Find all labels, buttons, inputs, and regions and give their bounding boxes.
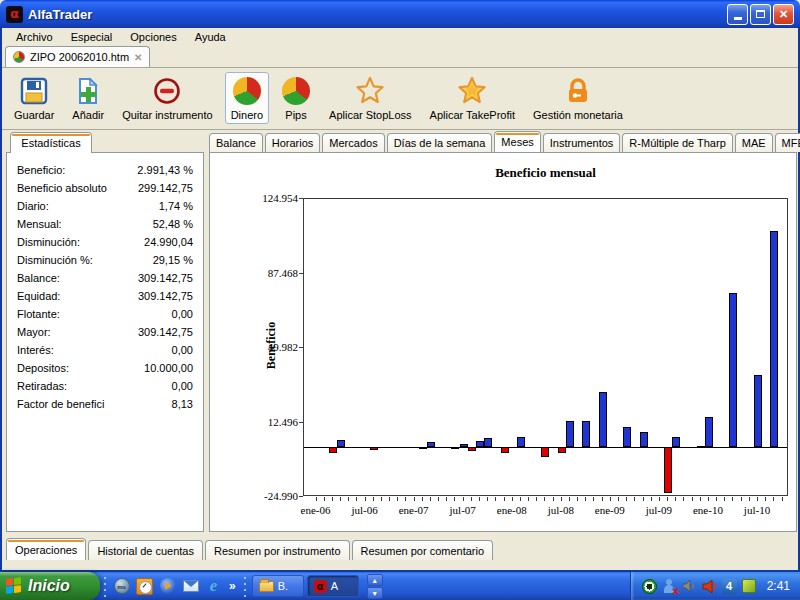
x-axis-tick-mark <box>561 497 562 501</box>
window-body: ArchivoEspecialOpcionesAyuda ZIPO 200620… <box>0 28 800 572</box>
media-player-icon[interactable] <box>158 577 177 596</box>
x-axis-tick-mark <box>340 497 341 501</box>
menu-item-opciones[interactable]: Opciones <box>122 30 184 44</box>
menu-item-especial[interactable]: Especial <box>63 30 121 44</box>
chart-bar-oct-08 <box>582 421 590 448</box>
blue-4-icon[interactable]: 4 <box>721 578 738 595</box>
restore-button[interactable] <box>750 4 771 25</box>
tab-meses[interactable]: Meses <box>494 131 540 152</box>
x-axis-tick-mark <box>757 497 758 501</box>
x-axis-tick-mark <box>765 497 766 501</box>
tab-resumen-por-comentario[interactable]: Resumen por comentario <box>352 540 494 560</box>
toolbar-label: Aplicar TakeProfit <box>430 109 515 121</box>
x-axis-tick-mark <box>585 497 586 501</box>
document-tab-close-icon[interactable]: ✕ <box>134 52 142 63</box>
system-tray: ✕ 4 2:41 <box>630 572 800 600</box>
stats-value: 299.142,75 <box>138 182 193 194</box>
money-management-button[interactable]: Gestión monetaria <box>527 72 629 124</box>
x-axis-tick-mark <box>324 497 325 501</box>
toolbar-label: Gestión monetaria <box>533 109 623 121</box>
minimize-icon <box>734 17 742 20</box>
messenger-offline-icon[interactable]: ✕ <box>661 578 678 595</box>
tab-horarios[interactable]: Horarios <box>265 133 321 152</box>
toolbar: Guardar Añadir Quitar instrumento Dinero… <box>2 68 798 130</box>
tab-r-m-ltiple-de-tharp[interactable]: R-Múltiple de Tharp <box>622 133 732 152</box>
internet-explorer-icon[interactable]: e <box>204 577 223 596</box>
tab-operaciones[interactable]: Operaciones <box>6 538 86 560</box>
tab-label: Balance <box>216 137 256 149</box>
tab-estadisticas[interactable]: Estadísticas <box>10 132 92 153</box>
chart-bar-sep-09 <box>672 437 680 448</box>
tab-mercados[interactable]: Mercados <box>322 133 384 152</box>
stats-label: Interés: <box>17 344 54 356</box>
taskbar-scroll-down-button[interactable]: ▼ <box>367 587 383 599</box>
tab-label: Resumen por comentario <box>361 545 485 557</box>
tab-d-as-de-la-semana[interactable]: Días de la semana <box>387 133 493 152</box>
chart-bar-jul-07 <box>460 444 468 447</box>
chart-tab-strip: BalanceHorariosMercadosDías de la semana… <box>209 131 797 152</box>
stats-value: 0,00 <box>172 344 193 356</box>
stats-row: Disminución:24.990,04 <box>7 233 203 251</box>
taskbar-scroll-up-button[interactable]: ▲ <box>367 574 383 586</box>
task-button-a[interactable]: αA <box>307 575 359 597</box>
antivirus-eye-icon[interactable] <box>641 578 658 595</box>
stats-value: 309.142,75 <box>138 326 193 338</box>
remove-instrument-button[interactable]: Quitar instrumento <box>116 72 218 124</box>
x-axis-tick-mark <box>405 497 406 501</box>
x-axis-tick-mark <box>675 497 676 501</box>
outlook-express-icon[interactable] <box>181 577 200 596</box>
stats-value: 29,15 % <box>153 254 193 266</box>
tab-balance[interactable]: Balance <box>209 133 263 152</box>
x-axis-tick-mark <box>716 497 717 501</box>
stats-row: Disminución %:29,15 % <box>7 251 203 269</box>
close-button[interactable]: ✕ <box>773 4 794 25</box>
alfatrader-icon: α <box>314 580 327 593</box>
save-button[interactable]: Guardar <box>8 72 60 124</box>
taskbar: Inicio ms e » B.αA ▲ ▼ ✕ 4 2:41 <box>0 572 800 600</box>
x-axis-tick-mark <box>782 497 783 501</box>
task-button-label: B. <box>278 580 288 592</box>
toolbar-label: Quitar instrumento <box>122 109 212 121</box>
windows-flag-icon <box>6 577 22 595</box>
gpu-utility-icon[interactable] <box>741 578 758 595</box>
add-button[interactable]: Añadir <box>66 72 110 124</box>
speaker-muted-icon[interactable] <box>681 578 698 595</box>
x-axis-tick-mark <box>332 497 333 501</box>
msn-icon[interactable]: ms <box>112 577 131 596</box>
stats-value: 1,74 % <box>159 200 193 212</box>
volume-horn-icon[interactable] <box>701 578 718 595</box>
tab-mfe[interactable]: MFE <box>775 133 800 152</box>
chart-bar-ene-10 <box>705 417 713 448</box>
tab-resumen-por-instrumento[interactable]: Resumen por instrumento <box>205 540 350 560</box>
titlebar: α AlfaTrader ✕ <box>0 0 800 28</box>
stats-value: 0,00 <box>172 308 193 320</box>
chart-bar-ago-09 <box>664 447 672 493</box>
taskbar-clock: 2:41 <box>767 579 790 593</box>
clock-icon[interactable] <box>135 577 154 596</box>
x-axis-tick-mark <box>700 497 701 501</box>
stats-value: 309.142,75 <box>138 290 193 302</box>
pips-button[interactable]: Pips <box>275 72 317 124</box>
x-axis-tick-mark <box>651 497 652 501</box>
chart-bar-jul-08 <box>558 447 566 453</box>
apply-stoploss-button[interactable]: Aplicar StopLoss <box>323 72 418 124</box>
document-tab[interactable]: ZIPO 20062010.htm ✕ <box>5 46 150 67</box>
tab-mae[interactable]: MAE <box>735 133 773 152</box>
menu-item-ayuda[interactable]: Ayuda <box>187 30 234 44</box>
x-axis-tick-mark <box>536 497 537 501</box>
minimize-button[interactable] <box>727 4 748 25</box>
task-button-b[interactable]: B. <box>252 575 304 597</box>
y-axis-tick-label: 49.982 <box>240 341 298 353</box>
x-axis-tick-label: jul-06 <box>342 504 388 516</box>
x-axis-tick-mark <box>634 497 635 501</box>
tab-historial-de-cuentas[interactable]: Historial de cuentas <box>88 540 203 560</box>
x-axis-tick-mark <box>356 497 357 501</box>
chart-bar-may-08 <box>541 447 549 457</box>
stats-label: Flotante: <box>17 308 60 320</box>
tab-instrumentos[interactable]: Instrumentos <box>543 133 621 152</box>
start-button[interactable]: Inicio <box>0 572 100 600</box>
quick-launch-overflow-chevron[interactable]: » <box>227 579 238 593</box>
dinero-button[interactable]: Dinero <box>225 72 269 124</box>
apply-takeprofit-button[interactable]: Aplicar TakeProfit <box>424 72 521 124</box>
menu-item-archivo[interactable]: Archivo <box>8 30 61 44</box>
